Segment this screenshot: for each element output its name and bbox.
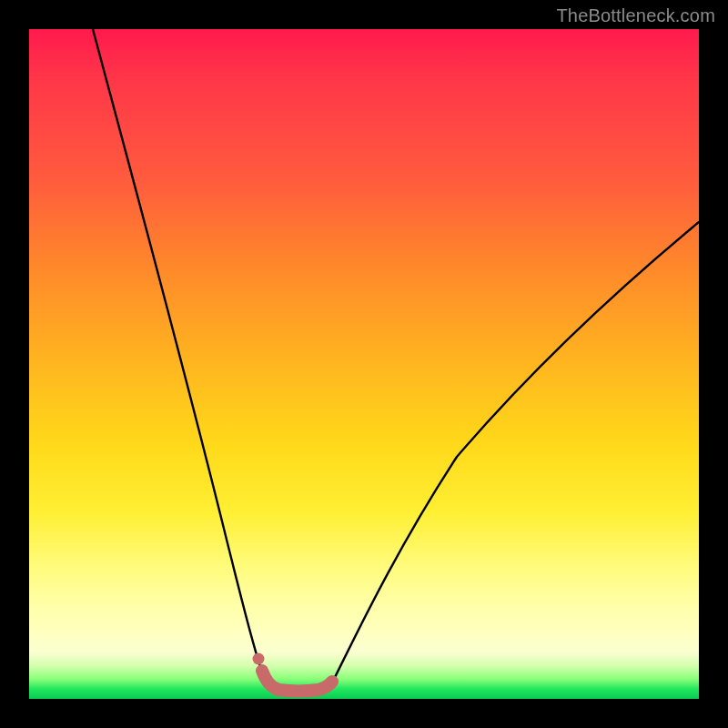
curve-path [93, 29, 699, 692]
bottleneck-curve [29, 29, 699, 699]
valley-marker-dot [253, 653, 265, 665]
valley-marker-stroke [262, 671, 332, 692]
plot-area [29, 29, 699, 699]
watermark-text: TheBottleneck.com [556, 5, 715, 26]
chart-frame: TheBottleneck.com [0, 0, 728, 728]
